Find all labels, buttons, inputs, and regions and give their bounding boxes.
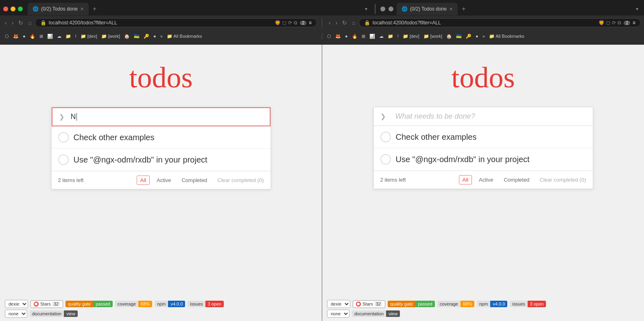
doc-label-left: documentation: [30, 310, 64, 317]
bm-fire[interactable]: 🔥: [28, 33, 37, 40]
rbm-dot2[interactable]: ●: [474, 33, 480, 39]
brave-icon-r: 🦁: [598, 20, 605, 26]
bm-grid[interactable]: ⊞: [38, 33, 45, 40]
home-btn-left[interactable]: ⌂: [26, 19, 33, 27]
todo-input-row-left: ❯ N: [52, 107, 271, 126]
stars-label-left: Stars: [40, 301, 51, 306]
rbm-folder1[interactable]: 📁: [386, 33, 395, 40]
items-count-left: 2 items left: [58, 177, 133, 183]
rbm-fire[interactable]: 🔥: [350, 33, 359, 40]
reload-btn-left[interactable]: ↻: [17, 19, 25, 27]
filter-all-btn-left[interactable]: All: [137, 176, 150, 185]
filter-active-btn-left[interactable]: Active: [153, 176, 175, 185]
traffic-light-yellow[interactable]: [11, 7, 15, 11]
filter-all-btn-right[interactable]: All: [459, 175, 472, 184]
bm-key[interactable]: 🔑: [142, 33, 151, 40]
todo-checkbox-left-0[interactable]: [58, 132, 69, 143]
rbm-grid[interactable]: ⊞: [360, 33, 367, 40]
bm-chart[interactable]: 📊: [46, 33, 55, 40]
filter-select-left[interactable]: none: [5, 310, 27, 318]
input-text-left: N: [71, 113, 76, 121]
todo-checkbox-right-1[interactable]: [380, 154, 391, 165]
bm-fox[interactable]: 🦊: [11, 33, 20, 40]
bm-dot2[interactable]: ●: [152, 33, 158, 39]
tab-left[interactable]: 🌐 left (0/2) Todos done ✕: [28, 3, 89, 15]
menu-btn-left[interactable]: ≡: [309, 20, 312, 26]
todo-text-right-1: Use "@ngx-odm/rxdb" in your project: [396, 155, 586, 164]
db-select-left[interactable]: dexie: [5, 300, 28, 308]
stars-badge-left: ⭕ Stars 32: [31, 300, 63, 308]
bm-more[interactable]: »: [159, 33, 164, 39]
toggle-all-btn-left[interactable]: ❯: [52, 108, 71, 126]
address-bar-right[interactable]: 🔒 localhost:4200/todos?filter=ALL 🦁 ◻ ⟳ …: [359, 18, 641, 27]
qg-value-right: passed: [415, 301, 434, 307]
filter-completed-btn-right[interactable]: Completed: [500, 175, 533, 184]
badge-count-right: 2: [624, 21, 630, 25]
tab-add-left[interactable]: +: [90, 4, 99, 13]
tab-chevron-left[interactable]: ▾: [362, 5, 370, 13]
bm-house[interactable]: 🏠: [122, 33, 131, 40]
rbm-house[interactable]: 🏠: [445, 33, 454, 40]
bm-folder-work[interactable]: 📁 [work]: [100, 33, 122, 40]
back-btn-right[interactable]: ‹: [327, 19, 332, 27]
todo-checkbox-left-1[interactable]: [58, 154, 69, 165]
menu-btn-right[interactable]: ≡: [633, 20, 635, 26]
issues-label-right: issues: [510, 301, 527, 307]
bm-cloud[interactable]: ☁: [55, 33, 63, 40]
forward-btn-left[interactable]: ›: [10, 19, 15, 27]
todo-input-right[interactable]: [392, 107, 593, 126]
rbm-dot[interactable]: ●: [343, 33, 349, 39]
home-btn-right[interactable]: ⌂: [350, 19, 357, 27]
toggle-all-btn-right[interactable]: ❯: [374, 108, 392, 125]
cov-value-right: 68%: [461, 301, 474, 307]
bm-folder1[interactable]: 📁: [64, 33, 73, 40]
db-select-right[interactable]: dexie: [327, 300, 350, 308]
tab-close-left[interactable]: ✕: [80, 7, 84, 12]
forward-btn-right[interactable]: ›: [334, 19, 339, 27]
rbm-github[interactable]: ⬡: [325, 33, 333, 40]
filter-active-btn-right[interactable]: Active: [475, 175, 497, 184]
bm-dot[interactable]: ●: [21, 33, 27, 39]
tab-bar: 🌐 left (0/2) Todos done ✕ + ▾ 🌐 (0/2) To…: [0, 0, 644, 15]
filter-completed-btn-left[interactable]: Completed: [178, 176, 211, 185]
tab-close-right[interactable]: ✕: [449, 7, 453, 12]
bm-all-left[interactable]: 📁 All Bookmarks: [165, 33, 204, 40]
clear-completed-btn-left[interactable]: Clear completed (0): [217, 177, 264, 183]
tab-chevron-right[interactable]: ▾: [633, 5, 641, 13]
rbm-key[interactable]: 🔑: [464, 33, 473, 40]
rbm-more[interactable]: »: [481, 33, 487, 39]
tab-favicon-left: 🌐: [33, 6, 39, 12]
address-bar-left[interactable]: 🔒 localhost:4200/todos?filter=ALL 🦁 ◻ ⟳ …: [35, 18, 317, 27]
rbm-folder-work[interactable]: 📁 [work]: [422, 33, 444, 40]
traffic-light-green[interactable]: [18, 7, 23, 11]
rbm-exclaim[interactable]: !: [396, 33, 400, 39]
reload-btn-right[interactable]: ↻: [341, 19, 349, 27]
todo-list-left: Check other examples Use "@ngx-odm/rxdb"…: [52, 126, 271, 171]
rbm-all-right[interactable]: 📁 All Bookmarks: [487, 33, 526, 40]
filter-select-right[interactable]: none: [327, 310, 349, 318]
traffic-light-red[interactable]: [3, 7, 8, 11]
rbm-cloud[interactable]: ☁: [378, 33, 385, 40]
todo-text-left-0: Check other examples: [74, 133, 264, 142]
quality-gate-badge-right: quality gate passed: [388, 301, 435, 307]
rbm-flag[interactable]: 🇺🇦: [454, 33, 463, 40]
rbm-folder-dev[interactable]: 📁 [dev]: [401, 33, 421, 40]
rbm-chart[interactable]: 📊: [368, 33, 377, 40]
todo-checkbox-right-0[interactable]: [380, 132, 391, 142]
tab-add-right[interactable]: +: [459, 4, 468, 13]
tab-favicon-right: 🌐: [402, 6, 408, 12]
todo-list-right: Check other examples Use "@ngx-odm/rxdb"…: [374, 126, 593, 171]
bm-flag[interactable]: 🇺🇦: [132, 33, 141, 40]
shield-icon-right: 🔒: [364, 20, 370, 26]
clear-completed-btn-right[interactable]: Clear completed (0): [539, 177, 586, 183]
bm-github[interactable]: ⬡: [3, 33, 11, 40]
address-icons-left: 🦁 ◻ ⟳ ⧉: [275, 20, 297, 26]
rbm-fox[interactable]: 🦊: [334, 33, 343, 40]
todo-text-right-0: Check other examples: [396, 132, 586, 142]
back-btn-left[interactable]: ‹: [3, 19, 9, 27]
address-icons-right: 🦁 ◻ ⟳ ⧉: [598, 20, 621, 26]
tab-right[interactable]: 🌐 (0/2) Todos done ✕: [397, 3, 458, 15]
bm-folder-dev[interactable]: 📁 [dev]: [79, 33, 99, 40]
doc-value-left: view: [64, 310, 78, 317]
bm-exclaim[interactable]: !: [74, 33, 78, 39]
